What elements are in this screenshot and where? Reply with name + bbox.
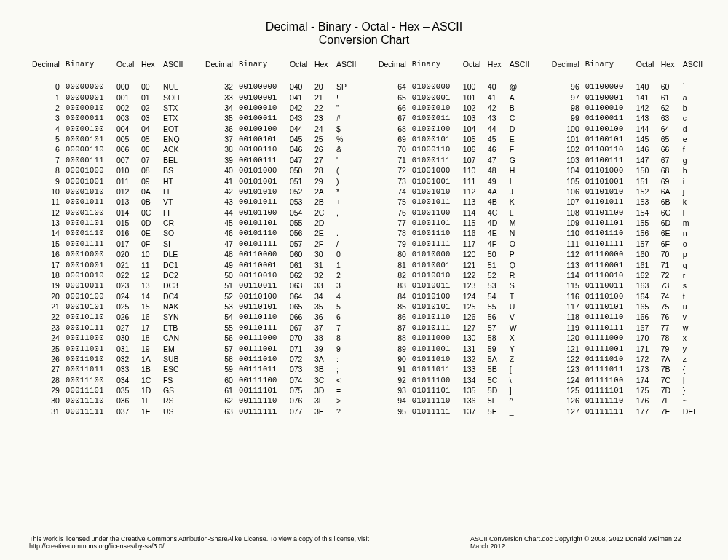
cell-hex: 18 (138, 333, 160, 343)
cell-hex: 6F (658, 239, 680, 249)
table-row: 30000111100361ERS (29, 395, 186, 406)
cell-hex: 59 (485, 343, 507, 353)
cell-asc: ^ (507, 395, 533, 406)
table-row: 820101001012252R (376, 270, 533, 280)
cell-bin: 01000010 (409, 103, 460, 113)
cell-hex: 62 (658, 103, 680, 113)
cell-asc: _ (507, 406, 533, 417)
conversion-table: DecimalBinaryOctalHexASCII64010000001004… (376, 60, 533, 417)
cell-dec: 2 (29, 103, 63, 113)
cell-dec: 71 (376, 155, 409, 165)
cell-hex: 5E (485, 395, 507, 406)
cell-oct: 062 (287, 270, 312, 280)
cell-hex: 1F (138, 406, 160, 417)
table-row: 850101010112555U (376, 301, 533, 312)
header-bin: Binary (236, 60, 287, 82)
table-row: 730100100111149I (376, 176, 533, 186)
cell-asc: NAK (160, 301, 186, 312)
cell-dec: 24 (29, 333, 63, 343)
cell-dec: 98 (549, 103, 582, 113)
cell-dec: 7 (29, 155, 63, 165)
table-row: 340010001004222" (202, 103, 360, 113)
cell-dec: 33 (202, 92, 236, 102)
cell-asc: 2 (333, 270, 360, 280)
cell-asc: Y (507, 343, 533, 353)
cell-asc: P (507, 249, 533, 259)
cell-hex: 2D (312, 218, 333, 228)
cell-oct: 146 (633, 144, 658, 154)
cell-hex: 60 (658, 82, 680, 92)
cell-bin: 00000000 (63, 82, 114, 92)
cell-asc: N (507, 228, 533, 238)
cell-bin: 01010010 (409, 270, 460, 280)
cell-hex: 01 (138, 92, 160, 102)
cell-bin: 01001011 (409, 197, 460, 207)
cell-oct: 127 (460, 323, 485, 333)
cell-oct: 172 (633, 354, 658, 364)
cell-hex: 3F (312, 406, 333, 417)
cell-hex: 1C (138, 375, 160, 385)
cell-dec: 27 (29, 364, 63, 374)
cell-asc: j (680, 186, 706, 197)
cell-dec: 83 (376, 280, 409, 291)
cell-hex: 5D (485, 385, 507, 395)
cell-hex: 70 (658, 249, 680, 259)
cell-bin: 01011110 (409, 395, 460, 406)
table-row: 230001011102717ETB (29, 323, 186, 333)
cell-bin: 00011110 (63, 395, 114, 406)
cell-dec: 68 (376, 124, 409, 134)
cell-hex: 74 (658, 291, 680, 301)
table-row: 76010011001144CL (376, 208, 533, 218)
cell-oct: 036 (114, 395, 138, 406)
table-row: 380010011004626& (202, 144, 360, 154)
cell-bin: 01010111 (409, 323, 460, 333)
cell-bin: 01011111 (409, 406, 460, 417)
cell-asc: < (333, 375, 360, 385)
cell-hex: 30 (312, 249, 333, 259)
cell-asc: i (680, 176, 706, 186)
table-row: 40000010000404EOT (29, 124, 186, 134)
cell-oct: 174 (633, 375, 658, 385)
cell-oct: 142 (633, 103, 658, 113)
cell-bin: 00101100 (236, 208, 287, 218)
cell-hex: 5B (485, 364, 507, 374)
cell-oct: 171 (633, 343, 658, 353)
cell-dec: 39 (202, 155, 236, 165)
cell-oct: 151 (633, 176, 658, 186)
cell-dec: 3 (29, 113, 63, 123)
cell-bin: 01001010 (409, 186, 460, 197)
cell-asc: t (680, 291, 706, 301)
cell-hex: 2C (312, 208, 333, 218)
table-row: 42001010100522A* (202, 186, 360, 197)
cell-bin: 01000001 (409, 92, 460, 102)
cell-oct: 133 (460, 364, 485, 374)
cell-dec: 20 (29, 291, 63, 301)
cell-asc: g (680, 155, 706, 165)
cell-bin: 01010110 (409, 312, 460, 322)
cell-dec: 108 (549, 208, 582, 218)
cell-asc: 3 (333, 280, 360, 291)
cell-dec: 29 (29, 385, 63, 395)
cell-oct: 131 (460, 343, 485, 353)
cell-dec: 43 (202, 197, 236, 207)
table-row: 15000011110170FSI (29, 239, 186, 249)
cell-asc: z (680, 354, 706, 364)
cell-oct: 120 (460, 249, 485, 259)
cell-hex: 56 (485, 312, 507, 322)
cell-hex: 11 (138, 259, 160, 269)
cell-hex: 28 (312, 165, 333, 176)
table-row: 13000011010150DCR (29, 218, 186, 228)
header-hex: Hex (138, 60, 160, 82)
table-row: 31000111110371FUS (29, 406, 186, 417)
cell-oct: 145 (633, 134, 658, 144)
table-row: 63001111110773F? (202, 406, 360, 417)
table-row: 5300110101065355 (202, 301, 360, 312)
cell-asc: DEL (680, 406, 706, 417)
cell-dec: 49 (202, 259, 236, 269)
cell-hex: 4B (485, 197, 507, 207)
cell-asc: 9 (333, 343, 360, 353)
cell-hex: 7D (658, 385, 680, 395)
cell-oct: 110 (460, 165, 485, 176)
table-row: 1170111010116575u (549, 301, 706, 312)
table-row: 350010001104323# (202, 113, 360, 123)
